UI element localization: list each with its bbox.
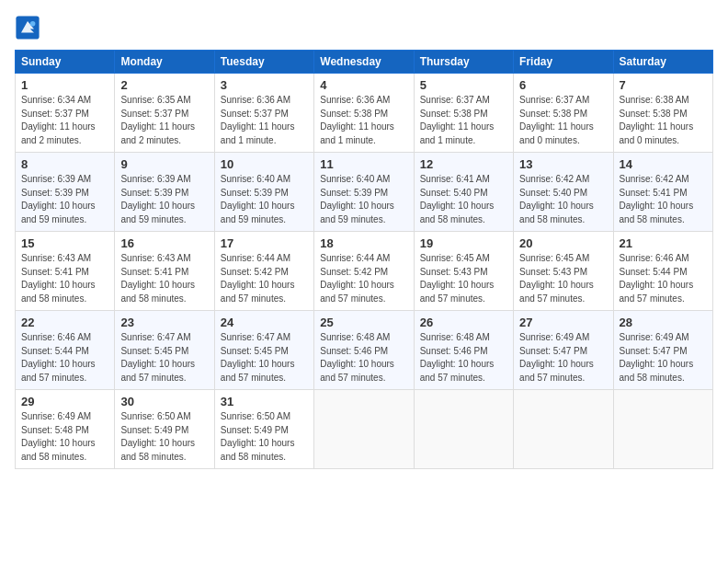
- day-number: 15: [21, 236, 108, 250]
- col-header-monday: Monday: [115, 51, 214, 74]
- calendar-cell: 29Sunrise: 6:49 AMSunset: 5:48 PMDayligh…: [16, 390, 115, 469]
- day-info: Sunrise: 6:47 AMSunset: 5:45 PMDaylight:…: [221, 331, 308, 385]
- day-number: 5: [420, 78, 507, 92]
- day-number: 17: [221, 236, 308, 250]
- day-info: Sunrise: 6:48 AMSunset: 5:46 PMDaylight:…: [420, 331, 507, 385]
- day-number: 7: [620, 78, 707, 92]
- calendar-cell: 8Sunrise: 6:39 AMSunset: 5:39 PMDaylight…: [16, 153, 115, 232]
- day-info: Sunrise: 6:50 AMSunset: 5:49 PMDaylight:…: [221, 410, 308, 464]
- col-header-sunday: Sunday: [16, 51, 115, 74]
- calendar-cell: 4Sunrise: 6:36 AMSunset: 5:38 PMDaylight…: [314, 74, 414, 153]
- col-header-thursday: Thursday: [414, 51, 513, 74]
- day-number: 4: [320, 78, 407, 92]
- calendar-row: 29Sunrise: 6:49 AMSunset: 5:48 PMDayligh…: [16, 390, 713, 469]
- day-info: Sunrise: 6:40 AMSunset: 5:39 PMDaylight:…: [320, 173, 407, 226]
- header-row: SundayMondayTuesdayWednesdayThursdayFrid…: [16, 51, 713, 74]
- day-info: Sunrise: 6:37 AMSunset: 5:38 PMDaylight:…: [420, 94, 507, 147]
- logo-icon: [15, 15, 40, 40]
- day-number: 22: [21, 316, 108, 329]
- day-number: 26: [420, 316, 507, 329]
- day-info: Sunrise: 6:50 AMSunset: 5:49 PMDaylight:…: [120, 410, 208, 464]
- day-number: 21: [620, 236, 707, 250]
- col-header-saturday: Saturday: [613, 51, 712, 74]
- day-info: Sunrise: 6:43 AMSunset: 5:41 PMDaylight:…: [120, 252, 208, 305]
- day-info: Sunrise: 6:40 AMSunset: 5:39 PMDaylight:…: [221, 173, 308, 226]
- day-number: 3: [221, 78, 308, 92]
- calendar-row: 15Sunrise: 6:43 AMSunset: 5:41 PMDayligh…: [16, 232, 713, 311]
- day-number: 19: [420, 236, 507, 250]
- day-info: Sunrise: 6:46 AMSunset: 5:44 PMDaylight:…: [620, 252, 707, 305]
- calendar-cell: 6Sunrise: 6:37 AMSunset: 5:38 PMDaylight…: [514, 74, 613, 153]
- calendar-cell: 19Sunrise: 6:45 AMSunset: 5:43 PMDayligh…: [414, 232, 513, 311]
- calendar-cell: 30Sunrise: 6:50 AMSunset: 5:49 PMDayligh…: [115, 390, 214, 469]
- calendar-row: 8Sunrise: 6:39 AMSunset: 5:39 PMDaylight…: [16, 153, 713, 232]
- calendar-table: SundayMondayTuesdayWednesdayThursdayFrid…: [15, 50, 713, 469]
- day-number: 1: [21, 78, 108, 92]
- day-info: Sunrise: 6:41 AMSunset: 5:40 PMDaylight:…: [420, 173, 507, 226]
- calendar-cell: 23Sunrise: 6:47 AMSunset: 5:45 PMDayligh…: [115, 311, 214, 390]
- calendar-cell: 14Sunrise: 6:42 AMSunset: 5:41 PMDayligh…: [613, 153, 712, 232]
- day-info: Sunrise: 6:44 AMSunset: 5:42 PMDaylight:…: [221, 252, 308, 305]
- day-info: Sunrise: 6:38 AMSunset: 5:38 PMDaylight:…: [620, 94, 707, 147]
- day-info: Sunrise: 6:46 AMSunset: 5:44 PMDaylight:…: [21, 331, 108, 385]
- day-info: Sunrise: 6:42 AMSunset: 5:41 PMDaylight:…: [620, 173, 707, 226]
- col-header-friday: Friday: [514, 51, 613, 74]
- day-number: 23: [120, 316, 208, 329]
- day-info: Sunrise: 6:45 AMSunset: 5:43 PMDaylight:…: [519, 252, 607, 305]
- calendar-cell: 18Sunrise: 6:44 AMSunset: 5:42 PMDayligh…: [314, 232, 414, 311]
- calendar-cell: 15Sunrise: 6:43 AMSunset: 5:41 PMDayligh…: [16, 232, 115, 311]
- calendar-cell: 27Sunrise: 6:49 AMSunset: 5:47 PMDayligh…: [514, 311, 613, 390]
- calendar-cell: 24Sunrise: 6:47 AMSunset: 5:45 PMDayligh…: [214, 311, 313, 390]
- day-number: 10: [221, 157, 308, 171]
- day-number: 16: [120, 236, 208, 250]
- day-number: 28: [620, 316, 707, 329]
- svg-point-2: [30, 21, 36, 27]
- calendar-cell: 16Sunrise: 6:43 AMSunset: 5:41 PMDayligh…: [115, 232, 214, 311]
- day-info: Sunrise: 6:47 AMSunset: 5:45 PMDaylight:…: [120, 331, 208, 385]
- calendar-cell: [414, 390, 513, 469]
- calendar-cell: 22Sunrise: 6:46 AMSunset: 5:44 PMDayligh…: [16, 311, 115, 390]
- calendar-cell: 12Sunrise: 6:41 AMSunset: 5:40 PMDayligh…: [414, 153, 513, 232]
- calendar-cell: 5Sunrise: 6:37 AMSunset: 5:38 PMDaylight…: [414, 74, 513, 153]
- calendar-row: 1Sunrise: 6:34 AMSunset: 5:37 PMDaylight…: [16, 74, 713, 153]
- calendar-cell: 25Sunrise: 6:48 AMSunset: 5:46 PMDayligh…: [314, 311, 414, 390]
- calendar-cell: [613, 390, 712, 469]
- calendar-cell: 7Sunrise: 6:38 AMSunset: 5:38 PMDaylight…: [613, 74, 712, 153]
- calendar-cell: 2Sunrise: 6:35 AMSunset: 5:37 PMDaylight…: [115, 74, 214, 153]
- day-info: Sunrise: 6:43 AMSunset: 5:41 PMDaylight:…: [21, 252, 108, 305]
- day-number: 2: [120, 78, 208, 92]
- day-info: Sunrise: 6:42 AMSunset: 5:40 PMDaylight:…: [519, 173, 607, 226]
- day-number: 29: [21, 395, 108, 408]
- day-info: Sunrise: 6:44 AMSunset: 5:42 PMDaylight:…: [320, 252, 407, 305]
- day-number: 24: [221, 316, 308, 329]
- calendar-cell: [514, 390, 613, 469]
- day-info: Sunrise: 6:36 AMSunset: 5:37 PMDaylight:…: [221, 94, 308, 147]
- page-header: [15, 15, 713, 40]
- day-info: Sunrise: 6:37 AMSunset: 5:38 PMDaylight:…: [519, 94, 607, 147]
- day-info: Sunrise: 6:49 AMSunset: 5:47 PMDaylight:…: [519, 331, 607, 385]
- calendar-row: 22Sunrise: 6:46 AMSunset: 5:44 PMDayligh…: [16, 311, 713, 390]
- calendar-cell: 1Sunrise: 6:34 AMSunset: 5:37 PMDaylight…: [16, 74, 115, 153]
- day-number: 30: [120, 395, 208, 408]
- calendar-cell: 20Sunrise: 6:45 AMSunset: 5:43 PMDayligh…: [514, 232, 613, 311]
- calendar-cell: [314, 390, 414, 469]
- day-info: Sunrise: 6:49 AMSunset: 5:47 PMDaylight:…: [620, 331, 707, 385]
- day-number: 6: [519, 78, 607, 92]
- calendar-cell: 28Sunrise: 6:49 AMSunset: 5:47 PMDayligh…: [613, 311, 712, 390]
- calendar-cell: 21Sunrise: 6:46 AMSunset: 5:44 PMDayligh…: [613, 232, 712, 311]
- day-info: Sunrise: 6:39 AMSunset: 5:39 PMDaylight:…: [120, 173, 208, 226]
- day-number: 31: [221, 395, 308, 408]
- calendar-cell: 13Sunrise: 6:42 AMSunset: 5:40 PMDayligh…: [514, 153, 613, 232]
- day-info: Sunrise: 6:48 AMSunset: 5:46 PMDaylight:…: [320, 331, 407, 385]
- day-info: Sunrise: 6:45 AMSunset: 5:43 PMDaylight:…: [420, 252, 507, 305]
- calendar-cell: 11Sunrise: 6:40 AMSunset: 5:39 PMDayligh…: [314, 153, 414, 232]
- day-number: 14: [620, 157, 707, 171]
- day-info: Sunrise: 6:36 AMSunset: 5:38 PMDaylight:…: [320, 94, 407, 147]
- day-number: 11: [320, 157, 407, 171]
- day-number: 20: [519, 236, 607, 250]
- day-number: 9: [120, 157, 208, 171]
- day-number: 25: [320, 316, 407, 329]
- day-number: 27: [519, 316, 607, 329]
- day-info: Sunrise: 6:34 AMSunset: 5:37 PMDaylight:…: [21, 94, 108, 147]
- day-number: 18: [320, 236, 407, 250]
